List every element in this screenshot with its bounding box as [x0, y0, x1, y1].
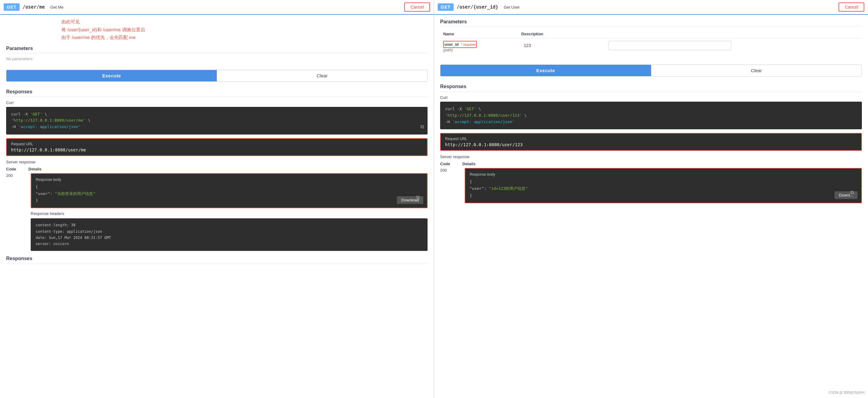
left-copy-icon[interactable]: ⧉: [421, 123, 424, 131]
left-details-col-header: Details: [29, 167, 42, 171]
left-responses-bottom-title: Responses: [6, 256, 428, 264]
right-endpoint-path: /user/{user_id}: [457, 4, 498, 10]
right-param-desc-cell: [518, 38, 862, 55]
left-rb-line1: {: [36, 185, 38, 189]
right-responses-title: Responses: [440, 84, 862, 92]
left-rb-line3: }: [36, 198, 38, 203]
left-rh-line2: content-type: application/json: [36, 228, 423, 235]
left-annotation: 由此可见 将 /user/{user_id}和 /user/me 调换位置后 由…: [0, 15, 434, 41]
left-rb-line2: "user": "当前登录的用户信息": [36, 191, 95, 196]
right-download-button[interactable]: Downl...: [835, 191, 858, 199]
left-request-url-value: http://127.0.0.1:8080/user/me: [11, 147, 423, 152]
right-rb-line1: {: [470, 179, 472, 184]
right-cancel-button[interactable]: Cancel: [839, 2, 864, 12]
left-server-response-label: Server response: [6, 160, 428, 164]
right-response-body-label: Response body: [470, 172, 857, 177]
right-action-buttons: Execute Clear: [440, 64, 862, 76]
right-param-required: * required: [461, 43, 476, 47]
left-response-copy-icon[interactable]: ⧉: [416, 195, 420, 200]
left-parameters-title: Parameters: [6, 46, 428, 54]
left-panel: GET /user/me Get Me Cancel 由此可见 将 /user/…: [0, 0, 434, 398]
right-curl-block: curl -X 'GET' \ 'http://127.0.0.1:8080/u…: [440, 102, 862, 129]
left-curl-line-1: curl -X 'GET' \: [11, 112, 47, 116]
left-curl-block: curl -X 'GET' \ 'http://127.0.0.1:8080/u…: [6, 107, 428, 134]
right-endpoint-header: GET /user/{user_id} Get User Cancel: [434, 0, 868, 15]
annotation-line-3: 由于 /user/me 的优先，会先匹配 me: [61, 33, 428, 41]
right-param-input[interactable]: [522, 41, 608, 50]
right-response-body-content: { "user": "id=123的用户信息" }: [470, 178, 857, 199]
right-param-row: user_id * required (path): [440, 38, 862, 55]
right-server-response-label: Server response: [440, 154, 862, 159]
right-parameters-title: Parameters: [440, 19, 862, 27]
left-curl-line-3: -H 'accept: application/json': [11, 124, 81, 129]
right-execute-button[interactable]: Execute: [440, 65, 651, 76]
right-param-name-wrapper: user_id * required: [443, 41, 477, 48]
right-curl-line-3: -H 'accept: application/json': [445, 119, 515, 124]
left-curl-line-2: 'http://127.0.0.1:8080/user/me' \: [11, 118, 90, 123]
right-response-body-box: Response body { "user": "id=123的用户信息" } …: [465, 168, 862, 203]
left-responses-section: Responses Curl curl -X 'GET' \ 'http://1…: [0, 86, 434, 270]
right-clear-button[interactable]: Clear: [651, 65, 862, 76]
right-param-desc-input[interactable]: [608, 41, 731, 50]
right-parameters-section: Parameters Name Description user_id * re…: [434, 15, 868, 62]
right-response-row: 200 Response body { "user": "id=123的用户信息…: [440, 168, 862, 206]
right-responses-section: Responses Curl curl -X 'GET' \ 'http://1…: [434, 81, 868, 209]
left-execute-button[interactable]: Execute: [6, 70, 217, 81]
left-response-table-header: Code Details: [6, 167, 428, 171]
right-rb-line2: "user": "id=123的用户信息": [470, 186, 528, 191]
left-response-code: 200: [6, 173, 19, 178]
right-curl-line-2: 'http://127.0.0.1:8080/user/123' \: [445, 113, 527, 118]
left-no-params: No parameters: [6, 57, 428, 61]
right-request-url-label: Request URL: [445, 137, 857, 141]
left-request-url-box: Request URL http://127.0.0.1:8080/user/m…: [6, 138, 428, 156]
left-request-url-label: Request URL: [11, 142, 423, 146]
annotation-line-2: 将 /user/{user_id}和 /user/me 调换位置后: [61, 26, 428, 34]
right-param-location: (path): [443, 48, 515, 52]
right-desc-col-header: Description: [518, 30, 862, 38]
right-param-name-cell: user_id * required (path): [440, 38, 518, 55]
right-params-table: Name Description user_id * required (pat…: [440, 30, 862, 55]
left-response-body-content: { "user": "当前登录的用户信息" }: [36, 184, 423, 204]
right-method-badge: GET: [438, 3, 454, 11]
right-response-copy-icon[interactable]: ⧉: [850, 190, 854, 195]
left-curl-label: Curl: [6, 100, 428, 105]
right-param-name: user_id: [444, 42, 459, 47]
left-response-row: 200 Response body { "user": "当前登录的用户信息" …: [6, 173, 428, 251]
left-response-actions: ⧉ Download: [397, 196, 423, 204]
right-details-col-header: Details: [463, 161, 476, 166]
left-endpoint-header: GET /user/me Get Me Cancel: [0, 0, 434, 15]
left-code-col-header: Code: [6, 167, 16, 171]
left-method-badge: GET: [4, 3, 20, 11]
left-rh-line1: content-length: 38: [36, 222, 423, 228]
right-request-url-box: Request URL http://127.0.0.1:8080/user/1…: [440, 133, 862, 151]
left-endpoint-summary: Get Me: [50, 5, 64, 9]
right-panel: GET /user/{user_id} Get User Cancel Para…: [434, 0, 868, 398]
right-name-col-header: Name: [440, 30, 518, 38]
right-response-actions: ⧉ Downl...: [835, 191, 858, 199]
left-cancel-button[interactable]: Cancel: [404, 2, 430, 12]
right-endpoint-summary: Get User: [504, 5, 520, 9]
annotation-line-1: 由此可见: [61, 18, 428, 26]
right-rb-line3: }: [470, 193, 472, 198]
right-request-url-value: http://127.0.0.1:8080/user/123: [445, 142, 857, 147]
left-response-body-label: Response body: [36, 178, 423, 182]
left-response-body-box: Response body { "user": "当前登录的用户信息" } ⧉ …: [31, 173, 428, 208]
left-parameters-section: Parameters No parameters: [0, 41, 434, 67]
left-rh-line3: date: Sun,17 Mar 2024 08:31:57 GMT: [36, 235, 423, 241]
watermark: CSDN @ 雷鸥技鸟的KK: [829, 390, 865, 395]
right-curl-label: Curl: [440, 95, 862, 100]
right-response-table-header: Code Details: [440, 161, 862, 166]
right-response-code: 200: [440, 168, 453, 173]
left-response-headers-label: Response headers: [31, 211, 428, 216]
left-rh-line4: server: uvicorn: [36, 241, 423, 247]
left-action-buttons: Execute Clear: [6, 70, 428, 82]
left-endpoint-path: /user/me: [23, 4, 45, 10]
left-response-headers-box: content-length: 38 content-type: applica…: [31, 218, 428, 251]
left-clear-button[interactable]: Clear: [217, 70, 427, 81]
right-code-col-header: Code: [440, 161, 450, 166]
right-curl-line-1: curl -X 'GET' \: [445, 106, 481, 111]
left-responses-title: Responses: [6, 89, 428, 97]
